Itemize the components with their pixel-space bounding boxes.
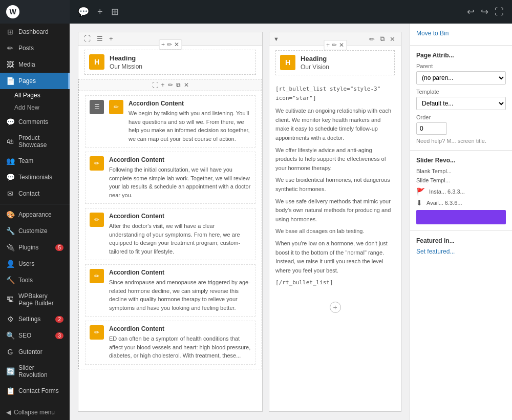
vision-shortcode-open: [rt_bullet_list style="style-3" icon="st… <box>275 85 395 102</box>
help-text: Need help? M... screen title. <box>416 138 506 144</box>
inner-duplicate-icon[interactable]: ⧉ <box>176 81 181 89</box>
template-label: Template <box>416 89 506 95</box>
accordion-title-3: Accordion Content <box>109 213 251 220</box>
content-area: ⛶ ☰ + + ✏ ✕ H Heading <box>70 24 512 420</box>
page-attributes-section: Page Attrib... Parent (no paren... Templ… <box>410 46 512 151</box>
inner-add-icon[interactable]: + <box>161 81 165 89</box>
right-delete-btn[interactable]: ✕ <box>388 35 397 44</box>
sidebar-item-users[interactable]: 👤 Users <box>0 256 70 272</box>
sidebar-item-pages[interactable]: 📄 Pages <box>0 73 70 89</box>
sidebar-item-contact[interactable]: ✉ Contact <box>0 185 70 202</box>
sidebar-item-plugins[interactable]: 🔌 Plugins 5 <box>0 239 70 256</box>
vision-bullet-4: We use safe delivery methods that mimic … <box>275 197 395 224</box>
sidebar-item-gutentor[interactable]: G Gutentor <box>0 344 70 360</box>
inner-expand-icon[interactable]: ⛶ <box>152 81 158 89</box>
delete-block-icon[interactable]: ✕ <box>174 41 179 48</box>
edit-block-icon[interactable]: ✏ <box>167 41 172 48</box>
accordion-block-5: ✏ Accordion Content ED can often be a sy… <box>85 321 255 365</box>
collapse-menu-button[interactable]: ◀ Collapse menu <box>0 405 70 420</box>
heading-title: Heading <box>110 54 142 62</box>
expand-button[interactable]: ⛶ <box>82 34 92 43</box>
accordion-block-1: ☰ ✏ Accordion Content We begin by talkin… <box>85 95 255 148</box>
accordion-text-5: Accordion Content ED can often be a symp… <box>109 325 251 360</box>
accordion-title-5: Accordion Content <box>109 325 251 332</box>
add-button[interactable]: + <box>108 34 115 43</box>
sidebar-item-tools[interactable]: 🔨 Tools <box>0 272 70 288</box>
installed-version-item: 🚩 Insta... 6.3.3... <box>416 187 506 196</box>
move-to-bin-link[interactable]: Move to Bin <box>416 30 506 37</box>
sidebar-item-comments[interactable]: 💬 Comments <box>0 114 70 130</box>
heading-block-vision: H Heading Our Vision <box>275 50 395 75</box>
sidebar-item-customize[interactable]: 🔧 Customize <box>0 223 70 239</box>
right-column: ▼ ✏ ⧉ ✕ + ✏ ✕ H <box>269 32 401 412</box>
update-button[interactable] <box>416 210 506 224</box>
sidebar-item-label: Slider Revolution <box>18 364 63 379</box>
sidebar-item-settings[interactable]: ⚙ Settings 2 <box>0 311 70 327</box>
vision-delete-icon[interactable]: ✕ <box>339 41 344 49</box>
template-select[interactable]: Default te... <box>416 97 506 110</box>
layout-icon[interactable]: ⊞ <box>111 6 119 17</box>
sidebar-item-posts[interactable]: ✏ Posts <box>0 40 70 56</box>
topbar: 💬 + ⊞ ↩ ↪ ⛶ <box>70 0 512 24</box>
accordion-text-1: Accordion Content We begin by talking wi… <box>129 100 251 143</box>
dashboard-icon: ⊞ <box>6 28 14 36</box>
sidebar-item-slider-revolution[interactable]: 🔄 Slider Revolution <box>0 360 70 383</box>
right-col-dropdown[interactable]: ▼ <box>273 36 279 42</box>
accordion-content-4: Since andropause and menopause are trigg… <box>109 278 251 312</box>
inner-delete-icon[interactable]: ✕ <box>184 81 189 89</box>
inner-edit-icon[interactable]: ✏ <box>168 81 173 89</box>
sidebar-item-label: Contact Forms <box>18 387 59 394</box>
accordion-text-2: Accordion Content Following the initial … <box>109 156 251 199</box>
parent-select[interactable]: (no paren... <box>416 71 506 85</box>
inner-section: ⛶ + ✏ ⧉ ✕ ☰ ✏ Accordion Content We begin… <box>78 79 262 369</box>
sidebar-item-appearance[interactable]: 🎨 Appearance <box>0 206 70 223</box>
sidebar-subitem-all-pages[interactable]: All Pages <box>0 89 70 101</box>
set-featured-link[interactable]: Set featured... <box>416 248 455 255</box>
fullscreen-button[interactable]: ⛶ <box>495 7 504 17</box>
sidebar-item-label: Pages <box>18 77 36 85</box>
chat-icon[interactable]: 💬 <box>78 6 89 17</box>
sidebar-header: W <box>0 0 70 24</box>
right-duplicate-btn[interactable]: ⧉ <box>378 34 386 44</box>
download-icon: ⬇ <box>416 199 422 207</box>
sidebar-item-dashboard[interactable]: ⊞ Dashboard <box>0 24 70 40</box>
available-version-item: ⬇ Avail... 6.3.6... <box>416 199 506 207</box>
sidebar-item-contact-forms[interactable]: 📋 Contact Forms <box>0 383 70 399</box>
tools-icon: 🔨 <box>6 276 14 284</box>
parent-label: Parent <box>416 63 506 69</box>
redo-button[interactable]: ↪ <box>481 6 488 17</box>
vision-subtitle: Our Vision <box>301 64 329 71</box>
sidebar-item-wpbakery[interactable]: 🏗 WPBakery Page Builder <box>0 288 70 311</box>
users-icon: 👤 <box>6 260 14 268</box>
heading-block-text: Heading Our Mission <box>110 54 142 70</box>
sidebar-item-seo[interactable]: 🔍 SEO 3 <box>0 327 70 344</box>
accordion-text-3: Accordion Content After the doctor's vis… <box>109 213 251 256</box>
vision-bullet-5: We base all dosages on lab testing. <box>275 227 395 236</box>
sidebar-item-team[interactable]: 👥 Team <box>0 153 70 169</box>
heading-subtitle: Our Mission <box>110 63 142 70</box>
add-block-icon[interactable]: + <box>161 41 165 48</box>
sidebar-item-label: Dashboard <box>18 28 49 35</box>
sidebar-item-product-showcase[interactable]: 🛍 Product Showcase <box>0 130 70 153</box>
sidebar-item-label: Tools <box>18 277 33 284</box>
vision-edit-icon[interactable]: ✏ <box>332 41 337 49</box>
collapse-icon: ◀ <box>6 409 11 416</box>
order-input[interactable] <box>416 122 447 135</box>
sidebar-item-testimonials[interactable]: 💬 Testimonials <box>0 169 70 185</box>
add-new-icon[interactable]: + <box>97 7 103 17</box>
list-button[interactable]: ☰ <box>95 34 104 43</box>
right-toolbar-right: ✏ ⧉ ✕ <box>368 34 397 44</box>
vision-add-icon[interactable]: + <box>326 41 330 49</box>
accordion-content-2: Following the initial consultation, we w… <box>109 165 251 199</box>
edit-icon-2: ✏ <box>90 156 104 171</box>
right-edit-btn[interactable]: ✏ <box>368 35 376 44</box>
sidebar-item-media[interactable]: 🖼 Media <box>0 56 70 73</box>
accordion-text-4: Accordion Content Since andropause and m… <box>109 269 251 312</box>
vision-bullet-3: We use bioidentical hormones, not danger… <box>275 176 395 194</box>
accordion-block-3: ✏ Accordion Content After the doctor's v… <box>85 208 255 260</box>
add-circle-btn[interactable]: + <box>330 302 341 313</box>
vision-title: Heading <box>301 55 329 62</box>
sidebar-subitem-add-new[interactable]: Add New <box>0 101 70 114</box>
undo-button[interactable]: ↩ <box>467 6 475 17</box>
sidebar-item-label: Settings <box>18 316 40 323</box>
